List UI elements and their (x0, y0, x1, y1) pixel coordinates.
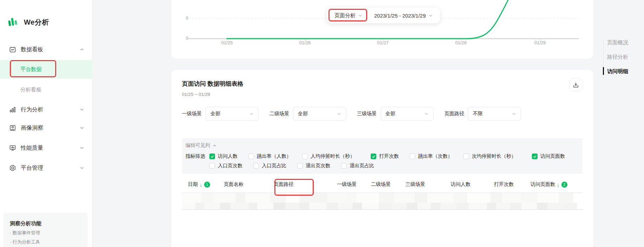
redacted-table-row (182, 193, 583, 210)
checkbox-unchecked-icon (463, 154, 469, 159)
metric-label: 打开次数 (379, 153, 399, 160)
metric-checkbox-item[interactable]: 访问人数 (209, 153, 238, 160)
column-label: 日期 (188, 181, 198, 188)
table-header-row: 日期 ↓ 1 页面名称 页面路径 一级场景 二级场景 三级场景 访问人数 (182, 176, 583, 193)
sidebar-item-label: 性能质量 (21, 144, 43, 152)
active-indicator-bar (603, 67, 604, 75)
scene-level2-select[interactable]: 全部 (293, 107, 346, 121)
insight-panel-title: 洞察分析功能 (10, 220, 81, 227)
filter-scene-level3: 三级场景 全部 (357, 107, 434, 121)
chevron-down-icon (249, 112, 254, 116)
metric-checkbox-item[interactable]: 退出页次数 (297, 163, 330, 169)
metric-checkbox-item[interactable]: 次均停留时长（秒） (463, 153, 516, 160)
filter-scene-level1: 一级场景 全部 (182, 107, 259, 121)
column-header-page-name[interactable]: 页面名称 (224, 181, 274, 188)
filter-label: 一级场景 (182, 111, 202, 117)
metric-label: 入口页次数 (218, 163, 242, 169)
scene-level3-select[interactable]: 全部 (380, 107, 434, 121)
chevron-down-icon (424, 112, 429, 116)
sidebar-item-platform-data[interactable]: 平台数据 (0, 60, 92, 79)
sidebar-item-analysis-board[interactable]: 分析看板 (0, 85, 92, 95)
metric-label: 跳出率（次数） (418, 153, 453, 160)
filter-label: 页面路径 (444, 111, 464, 117)
chevron-down-icon (80, 146, 84, 150)
we-analytics-screen: We分析 数据看板 平台数据 分析看板 行为分析 (0, 0, 644, 247)
analysis-mode-dropdown[interactable]: 页面分析 (334, 12, 362, 19)
sort-desc-arrow-icon: ↓ (200, 182, 202, 187)
detail-table-title: 页面访问 数据明细表格 (182, 80, 583, 88)
chevron-down-icon (337, 112, 341, 116)
checkbox-checked-icon (209, 154, 215, 159)
column-header-scene3[interactable]: 三级场景 (405, 181, 451, 188)
filter-page-path: 页面路径 不限 (444, 107, 521, 121)
filter-label: 三级场景 (357, 111, 377, 117)
anchor-item-visit-detail[interactable]: 访问明细 (604, 68, 628, 75)
column-header-page-path[interactable]: 页面路径 (274, 181, 337, 188)
column-header-page-views[interactable]: 访问页面数 ↓ 2 (531, 181, 567, 188)
metric-label: 跳出率（人数） (257, 153, 291, 160)
date-range-label: 2023/1/25 - 2023/1/29 (374, 13, 426, 19)
chevron-up-icon (80, 47, 84, 52)
metric-checkbox-item[interactable]: 访问页面数 (532, 153, 565, 160)
sidebar: We分析 数据看板 平台数据 分析看板 行为分析 (0, 0, 92, 247)
checkbox-checked-icon (371, 154, 376, 159)
anchor-item-label: 访问明细 (607, 68, 628, 74)
sidebar-item-platform-management[interactable]: 平台管理 (0, 162, 92, 174)
column-header-scene2[interactable]: 二级场景 (371, 181, 405, 188)
metric-filter-label: 指标筛选 (186, 153, 209, 160)
sidebar-item-label: 行为分析 (21, 106, 43, 113)
metric-checkbox-item[interactable]: 人均停留时长（秒） (302, 153, 355, 160)
x-axis-tick: 01/28 (450, 40, 471, 45)
logo: We分析 (8, 17, 49, 27)
analysis-mode-label: 页面分析 (334, 12, 356, 19)
filter-row: 一级场景 全部 二级场景 全部 三级场景 全部 (182, 107, 583, 121)
metric-label: 人均停留时长（秒） (311, 153, 355, 160)
metric-checkbox-item[interactable]: 入口页次数 (209, 163, 242, 169)
download-icon (573, 82, 579, 88)
edit-columns-toggle[interactable]: 编辑可见列 (186, 142, 579, 149)
insight-panel-item[interactable]: 数据事件管理 (10, 230, 81, 236)
dashboard-icon (9, 46, 16, 53)
edit-columns-panel: 编辑可见列 指标筛选 访问人数 跳出率（人数） 人均停留时长（秒） (182, 138, 583, 174)
column-label: 二级场景 (371, 181, 391, 188)
chevron-down-icon (80, 166, 84, 170)
insight-panel-item[interactable]: 行为分析工具 (10, 239, 81, 245)
metric-checkbox-item[interactable]: 入口页占比 (253, 163, 286, 169)
scene-level1-select[interactable]: 全部 (206, 107, 259, 121)
detail-table-date-range: 01/25 ~ 01/29 (182, 92, 583, 97)
sidebar-item-label: 分析看板 (20, 86, 41, 93)
settings-hexagon-icon (9, 164, 16, 171)
metric-checkbox-item[interactable]: 跳出率（次数） (410, 153, 453, 160)
page-visit-detail-card: 页面访问 数据明细表格 01/25 ~ 01/29 一级场景 全部 二级场景 全… (171, 70, 593, 247)
sidebar-item-label: 数据看板 (21, 46, 43, 53)
metric-label: 访问人数 (218, 153, 238, 160)
checkbox-unchecked-icon (209, 163, 215, 169)
download-button[interactable] (569, 78, 583, 91)
sidebar-item-portrait-insight[interactable]: 画像洞察 (0, 122, 92, 134)
column-header-visitors[interactable]: 访问人数 (451, 181, 494, 188)
sidebar-item-label: 画像洞察 (21, 124, 43, 132)
column-label: 一级场景 (337, 181, 357, 188)
page-path-select[interactable]: 不限 (468, 107, 521, 121)
metric-checkbox-item[interactable]: 退出页占比 (341, 163, 374, 169)
x-axis-tick: 01/25 (216, 40, 238, 45)
sidebar-item-behavior-analysis[interactable]: 行为分析 (0, 104, 92, 116)
column-header-date[interactable]: 日期 ↓ 1 (182, 181, 224, 188)
column-label: 打开次数 (494, 181, 514, 188)
metric-checkbox-item[interactable]: 跳出率（人数） (248, 153, 291, 160)
anchor-item-page-overview[interactable]: 页面概况 (604, 39, 628, 46)
checkbox-checked-icon (532, 154, 538, 159)
filter-label: 二级场景 (269, 111, 289, 117)
sidebar-item-data-boards[interactable]: 数据看板 (0, 44, 92, 56)
x-axis-tick: 01/26 (294, 40, 316, 45)
anchor-item-path-analysis[interactable]: 路径分析 (604, 54, 628, 60)
brand-logo-icon (8, 17, 18, 27)
column-header-scene1[interactable]: 一级场景 (337, 181, 371, 188)
column-header-opens[interactable]: 打开次数 (494, 181, 531, 188)
sidebar-item-label: 平台管理 (21, 164, 43, 172)
sidebar-item-performance-quality[interactable]: 性能质量 (0, 142, 92, 154)
metric-checkbox-item[interactable]: 打开次数 (371, 153, 399, 160)
date-range-dropdown[interactable]: 2023/1/25 - 2023/1/29 (374, 13, 432, 19)
column-label: 访问页面数 (531, 181, 555, 188)
checkbox-unchecked-icon (302, 154, 308, 159)
